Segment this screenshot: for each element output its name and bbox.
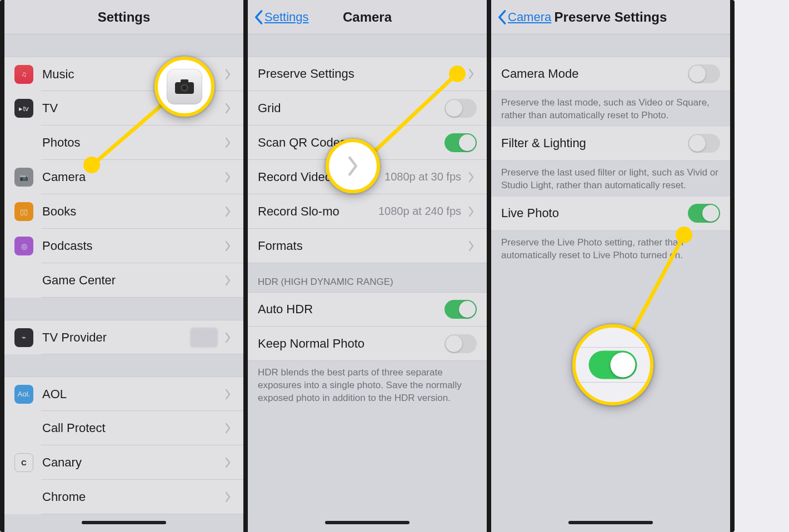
back-button[interactable]: Camera <box>497 0 551 34</box>
podcasts-icon: ◎ <box>14 237 33 255</box>
navbar: Settings Camera <box>248 0 487 34</box>
chevron-right-icon <box>222 389 233 400</box>
chevron-right-icon <box>222 491 233 503</box>
settings-row-chrome[interactable]: ◐Chrome <box>4 480 243 514</box>
chevron-right-icon <box>222 457 233 468</box>
preserve-settings-screen: Camera Preserve Settings Camera ModePres… <box>487 0 735 532</box>
nav-title: Camera <box>343 9 392 25</box>
navbar: Camera Preserve Settings <box>491 0 730 34</box>
row-footer-livephoto: Preserve the Live Photo setting, rather … <box>491 231 730 267</box>
chevron-right-icon <box>466 240 477 252</box>
aol-icon: Aol. <box>14 385 33 404</box>
camera-row-autohdr[interactable]: Auto HDR <box>248 292 487 327</box>
preserve-row-livephoto[interactable]: Live Photo <box>491 197 730 231</box>
settings-row-camera[interactable]: 📷Camera <box>4 160 243 194</box>
row-label: Canary <box>42 455 222 470</box>
preserve-row-cameramode[interactable]: Camera Mode <box>491 57 730 91</box>
chevron-left-icon <box>497 9 507 25</box>
row-label: Books <box>42 204 222 219</box>
svg-point-4 <box>182 86 187 90</box>
row-label: Podcasts <box>42 239 222 253</box>
photos-icon: ✿ <box>14 133 33 152</box>
nav-title: Preserve Settings <box>555 9 667 25</box>
back-label: Settings <box>264 10 309 24</box>
settings-row-canary[interactable]: CCanary <box>4 445 243 480</box>
highlight-dot <box>676 227 692 243</box>
chevron-right-icon <box>222 332 233 343</box>
row-label: Auto HDR <box>258 302 445 317</box>
row-footer-filterlight: Preserve the last used filter or light, … <box>491 161 730 197</box>
back-button[interactable]: Settings <box>253 0 309 34</box>
chevron-right-icon <box>222 69 233 80</box>
settings-row-podcasts[interactable]: ◎Podcasts <box>4 229 243 263</box>
provider-logo <box>190 328 218 348</box>
row-label: Filter & Lighting <box>501 136 688 150</box>
chevron-left-icon <box>253 9 263 25</box>
chevron-right-icon <box>466 172 477 183</box>
settings-row-gamecenter[interactable]: ●●Game Center <box>4 263 243 298</box>
settings-row-books[interactable]: ▯▯Books <box>4 194 243 229</box>
preserve-section: Camera ModePreserve the last mode, such … <box>491 57 730 267</box>
highlight-dot <box>449 66 466 82</box>
nav-title: Settings <box>98 9 151 25</box>
toggle[interactable] <box>688 204 720 223</box>
tv-icon: ▸tv <box>14 99 33 118</box>
camera-section-hdr: Auto HDRKeep Normal Photo <box>248 292 487 361</box>
gamecenter-icon: ●● <box>14 271 33 290</box>
camera-row-formats[interactable]: Formats <box>248 229 487 263</box>
camera-icon <box>174 79 194 94</box>
chevron-right-icon <box>222 240 233 252</box>
camera-icon: 📷 <box>14 168 33 187</box>
zoom-callout-camera-icon <box>154 57 214 117</box>
navbar: Settings <box>4 0 243 34</box>
books-icon: ▯▯ <box>14 202 33 221</box>
home-indicator[interactable] <box>82 521 166 524</box>
chevron-right-icon <box>222 137 233 148</box>
row-label: Game Center <box>42 273 222 288</box>
row-label: Keep Normal Photo <box>258 337 445 351</box>
row-label: Preserve Settings <box>258 67 466 81</box>
toggle[interactable] <box>688 134 720 153</box>
home-indicator[interactable] <box>568 521 653 524</box>
row-label: AOL <box>42 387 222 401</box>
row-detail: 1080p at 30 fps <box>384 170 461 183</box>
settings-row-callprotect[interactable]: 🛡Call Protect <box>4 411 243 445</box>
row-label: Formats <box>258 239 466 253</box>
back-label: Camera <box>508 10 551 24</box>
row-label: Camera <box>42 170 222 184</box>
svg-rect-2 <box>181 79 188 83</box>
row-label: Camera Mode <box>501 67 688 81</box>
chevron-right-icon <box>466 206 477 217</box>
chevron-right-icon <box>466 68 477 79</box>
settings-row-tvprovider[interactable]: ⌁TV Provider <box>4 320 243 354</box>
chevron-right-icon <box>222 275 233 286</box>
home-indicator[interactable] <box>325 521 410 524</box>
settings-section-provider: ⌁TV Provider <box>4 320 243 354</box>
toggle[interactable] <box>688 64 720 83</box>
row-label: Record Slo-mo <box>258 204 378 219</box>
camera-row-grid[interactable]: Grid <box>248 91 487 126</box>
row-label: Call Protect <box>42 421 222 435</box>
settings-row-photos[interactable]: ✿Photos <box>4 126 243 160</box>
toggle[interactable] <box>445 133 477 152</box>
chevron-right-icon <box>222 206 233 217</box>
camera-row-recslomo[interactable]: Record Slo-mo1080p at 240 fps <box>248 194 487 229</box>
canary-icon: C <box>14 453 33 472</box>
zoom-callout-toggle <box>572 324 653 405</box>
chevron-right-icon <box>346 155 359 177</box>
zoom-callout-chevron <box>326 139 380 193</box>
row-label: TV Provider <box>42 330 190 345</box>
toggle-on-icon <box>589 351 637 379</box>
callprotect-icon: 🛡 <box>14 419 33 438</box>
chevron-right-icon <box>222 103 233 114</box>
settings-row-aol[interactable]: Aol.AOL <box>4 377 243 411</box>
toggle[interactable] <box>445 300 477 319</box>
preserve-row-filterlight[interactable]: Filter & Lighting <box>491 127 730 161</box>
row-label: Live Photo <box>501 206 688 220</box>
chevron-right-icon <box>222 423 233 434</box>
toggle[interactable] <box>445 99 477 118</box>
toggle[interactable] <box>445 334 477 353</box>
chrome-icon: ◐ <box>14 488 33 506</box>
chevron-right-icon <box>222 172 233 183</box>
camera-row-keepnormal[interactable]: Keep Normal Photo <box>248 327 487 361</box>
